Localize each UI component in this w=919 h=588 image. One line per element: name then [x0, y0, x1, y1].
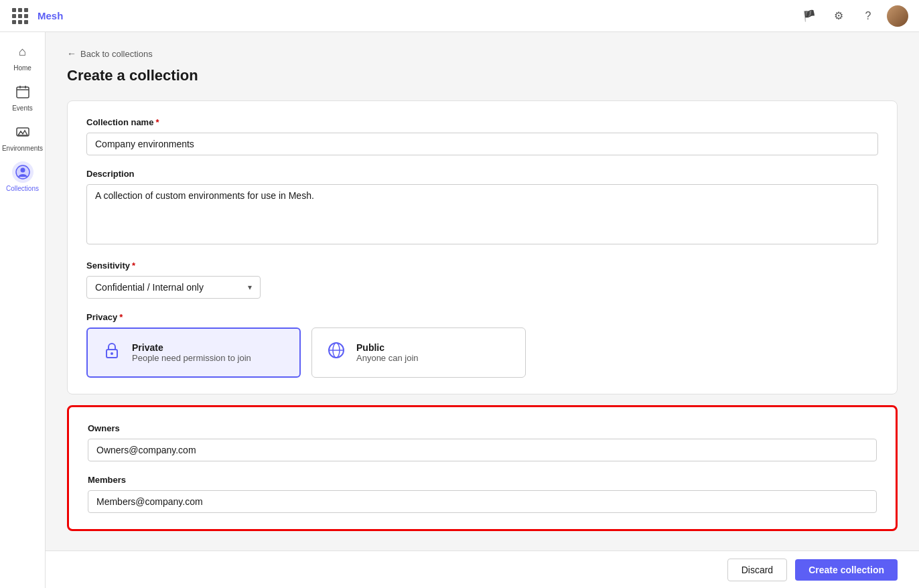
svg-point-7 [20, 168, 25, 173]
avatar[interactable] [887, 5, 908, 27]
members-field: Members [88, 475, 877, 513]
privacy-private-subtitle: People need permission to join [132, 353, 251, 363]
collection-name-field: Collection name * [86, 117, 878, 155]
chevron-down-icon: ▾ [248, 283, 252, 292]
form-card: Collection name * Description Sensitivit… [67, 100, 898, 394]
collections-icon [12, 161, 33, 183]
description-field: Description [86, 169, 878, 247]
events-icon [12, 81, 33, 102]
main-content: ← Back to collections Create a collectio… [46, 32, 919, 550]
svg-rect-0 [17, 87, 29, 98]
back-link[interactable]: ← Back to collections [67, 48, 898, 59]
settings-icon[interactable]: ⚙ [828, 5, 849, 27]
sensitivity-field: Sensitivity * Confidential / Internal on… [86, 261, 878, 299]
owners-input[interactable] [88, 439, 877, 461]
sidebar-item-collections[interactable]: Collections [3, 158, 43, 196]
sensitivity-value: Confidential / Internal only [95, 282, 204, 293]
privacy-public-text: Public Anyone can join [356, 342, 419, 363]
flag-icon[interactable]: 🏴 [798, 5, 820, 27]
create-collection-button[interactable]: Create collection [795, 559, 898, 581]
description-label: Description [86, 169, 878, 179]
sidebar: ⌂ Home Events Environments [0, 32, 46, 588]
privacy-required: * [119, 312, 123, 322]
privacy-private-title: Private [132, 342, 251, 353]
owners-card: Owners Members [67, 405, 898, 531]
owners-label: Owners [88, 423, 877, 433]
privacy-label: Privacy * [86, 312, 878, 322]
owners-field: Owners [88, 423, 877, 461]
members-input[interactable] [88, 490, 877, 513]
privacy-option-public[interactable]: Public Anyone can join [311, 327, 526, 378]
svg-point-9 [111, 352, 113, 355]
discard-button[interactable]: Discard [727, 559, 787, 581]
help-icon[interactable]: ? [857, 5, 879, 27]
topbar: Mesh 🏴 ⚙ ? [0, 0, 919, 32]
description-input[interactable] [86, 184, 878, 244]
page-title: Create a collection [67, 67, 898, 84]
sidebar-label-home: Home [13, 64, 31, 72]
sensitivity-select[interactable]: Confidential / Internal only ▾ [86, 276, 261, 299]
sidebar-label-events: Events [12, 104, 33, 112]
members-label: Members [88, 475, 877, 485]
collection-name-input[interactable] [86, 133, 878, 155]
collection-name-required: * [155, 117, 159, 127]
apps-grid-icon[interactable] [11, 7, 29, 25]
privacy-option-private[interactable]: Private People need permission to join [86, 327, 301, 378]
lock-icon [101, 340, 123, 366]
globe-icon [326, 340, 347, 366]
sensitivity-label: Sensitivity * [86, 261, 878, 271]
sensitivity-required: * [132, 261, 135, 271]
sidebar-item-environments[interactable]: Environments [3, 118, 43, 155]
collection-name-label: Collection name * [86, 117, 878, 127]
sidebar-item-home[interactable]: ⌂ Home [3, 38, 43, 75]
sidebar-item-events[interactable]: Events [3, 78, 43, 115]
sidebar-label-environments: Environments [2, 145, 43, 152]
footer: Discard Create collection [46, 550, 919, 588]
home-icon: ⌂ [12, 41, 33, 62]
privacy-public-subtitle: Anyone can join [356, 353, 419, 363]
privacy-private-text: Private People need permission to join [132, 342, 251, 363]
environments-icon [12, 121, 33, 143]
app-title: Mesh [38, 10, 798, 21]
back-link-text: Back to collections [80, 49, 153, 59]
topbar-icons: 🏴 ⚙ ? [798, 5, 908, 27]
sidebar-label-collections: Collections [6, 185, 39, 192]
privacy-options: Private People need permission to join [86, 327, 878, 378]
privacy-field: Privacy * Private People need p [86, 312, 878, 378]
privacy-public-title: Public [356, 342, 419, 353]
back-arrow-icon: ← [67, 48, 76, 59]
